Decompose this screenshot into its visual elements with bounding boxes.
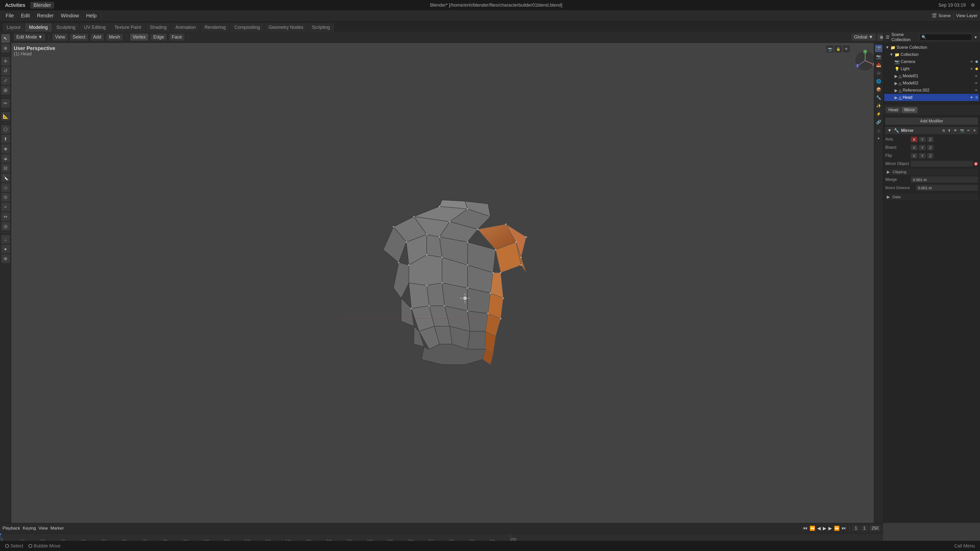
tool-move[interactable]: ✛ [1, 57, 10, 65]
header-select[interactable]: Select [70, 34, 88, 41]
menu-edit[interactable]: Edit [18, 12, 33, 20]
bisect-dist-value[interactable]: 0.001 m [916, 185, 978, 191]
ref-vis-icon[interactable]: 👁 [975, 89, 978, 92]
camera-view-btn[interactable]: 📷 [826, 45, 834, 52]
menu-help[interactable]: Help [83, 12, 100, 20]
next-keyframe-btn[interactable]: ⏩ [834, 526, 840, 531]
props-particles-icon[interactable]: ✨ [875, 102, 882, 109]
tool-knife[interactable]: 🔪 [1, 173, 10, 182]
modifier-edit-icon[interactable]: ✏ [967, 129, 970, 132]
tab-layout[interactable]: Layout [3, 23, 24, 32]
axis-y-btn[interactable]: Y [919, 137, 926, 142]
tool-poly-build[interactable]: ◇ [1, 183, 10, 192]
header-add[interactable]: Add [91, 34, 104, 41]
outliner-item-head[interactable]: ▶ △ Head 👁 [884, 94, 979, 101]
outliner-item-reference[interactable]: ▶ △ Reference.002 👁 [884, 87, 979, 94]
add-modifier-btn[interactable]: Add Modifier [885, 118, 978, 125]
menu-file[interactable]: File [3, 12, 17, 20]
tool-bevel[interactable]: ⬙ [1, 154, 10, 163]
tool-cursor[interactable]: ⊕ [1, 44, 10, 52]
tool-select[interactable]: ↖ [1, 34, 10, 43]
activities-label[interactable]: Activities [5, 2, 25, 8]
camera-vis-icon[interactable]: 👁 [970, 60, 974, 64]
props-physics-icon[interactable]: ⚡ [875, 110, 882, 118]
tab-animation[interactable]: Animation [171, 23, 200, 32]
tab-compositing[interactable]: Compositing [230, 23, 264, 32]
header-view[interactable]: View [52, 34, 68, 41]
tool-annotate[interactable]: ✏ [1, 99, 10, 108]
timeline-view-label[interactable]: View [38, 526, 48, 531]
settings-icon[interactable]: ⚙ [971, 2, 975, 8]
playback-label[interactable]: Playback [3, 526, 20, 531]
flip-z-btn[interactable]: Z [927, 153, 934, 159]
tool-spin[interactable]: ⊙ [1, 193, 10, 202]
head-vis-icon[interactable]: 👁 [970, 96, 974, 100]
keying-label[interactable]: Keying [23, 526, 36, 531]
props-constraints-icon[interactable]: 🔗 [875, 118, 882, 125]
tool-rotate[interactable]: ↺ [1, 67, 10, 75]
tool-add-cube[interactable]: ⬡ [1, 125, 10, 134]
mirror-tab[interactable]: Mirror [902, 107, 918, 113]
bisect-z-btn[interactable]: Z [927, 145, 934, 150]
modifier-copy-icon[interactable]: ⧉ [942, 129, 945, 133]
model01-vis-icon[interactable]: 👁 [975, 74, 978, 78]
tab-sculpting[interactable]: Sculpting [52, 23, 80, 32]
tab-uv-editing[interactable]: UV Editing [80, 23, 110, 32]
data-section-header[interactable]: ▶ Data [885, 194, 978, 200]
props-world-icon[interactable]: 🌐 [875, 78, 882, 85]
tool-shear[interactable]: ⟂ [1, 235, 10, 244]
props-output-icon[interactable]: 📤 [875, 61, 882, 68]
outliner-search-input[interactable] [920, 34, 972, 41]
flip-x-btn[interactable]: X [911, 153, 918, 159]
tool-measure[interactable]: 📐 [1, 112, 10, 121]
flip-y-btn[interactable]: Y [919, 153, 926, 159]
modifier-eye-icon[interactable]: 👁 [954, 129, 957, 132]
prev-frame-btn[interactable]: ◀ [817, 526, 821, 531]
props-object-icon[interactable]: 📦 [875, 86, 882, 93]
outliner-item-camera[interactable]: 📷 Camera 👁 [884, 58, 979, 65]
mode-dropdown-icon[interactable]: ▼ [38, 35, 43, 40]
viewport-3d[interactable]: User Perspective (1) Head [11, 43, 883, 523]
tab-rendering[interactable]: Rendering [200, 23, 230, 32]
header-edge[interactable]: Edge [151, 34, 167, 41]
outliner-item-model01[interactable]: ▶ △ Model01 👁 [884, 73, 979, 79]
props-view-layer-icon[interactable]: 🗂 [875, 69, 882, 76]
end-frame-input[interactable]: 250 [870, 526, 880, 531]
tool-scale[interactable]: ⤢ [1, 76, 10, 85]
tab-shading[interactable]: Shading [146, 23, 171, 32]
mode-selector[interactable]: Edit Mode ▼ [14, 34, 45, 41]
props-modifier-icon[interactable]: 🔧 [875, 94, 882, 101]
axis-z-btn[interactable]: Z [927, 137, 934, 142]
model02-vis-icon[interactable]: 👁 [975, 81, 978, 85]
clipping-header[interactable]: ▶ Clipping [885, 169, 978, 175]
mirror-object-value[interactable] [911, 161, 973, 167]
tool-to-sphere[interactable]: ● [1, 245, 10, 253]
modifier-delete-icon[interactable]: ✕ [973, 129, 976, 132]
menu-render[interactable]: Render [34, 12, 57, 20]
outliner-item-light[interactable]: 💡 Light 👁 [884, 65, 979, 73]
outliner-filter-icon[interactable]: ▼ [974, 35, 977, 39]
props-scene-icon[interactable]: 🎬 [875, 45, 882, 52]
tab-texture-paint[interactable]: Texture Paint [110, 23, 145, 32]
play-btn[interactable]: ▶ [823, 526, 826, 531]
modifier-expand-icon[interactable]: ▼ [887, 128, 892, 133]
outliner-item-collection[interactable]: ▼ 📁 Scene Collection [884, 44, 979, 51]
merge-value[interactable]: 0.001 m [911, 176, 978, 183]
props-render-icon[interactable]: 📷 [875, 53, 882, 60]
global-local-toggle[interactable]: Global ▼ [851, 34, 876, 41]
blender-label[interactable]: Blender [30, 2, 54, 9]
head-tab[interactable]: Head [886, 107, 900, 113]
bisect-x-btn[interactable]: X [911, 145, 918, 150]
mirror-object-picker-icon[interactable]: 🎯 [974, 162, 978, 166]
header-mesh[interactable]: Mesh [107, 34, 123, 41]
bisect-y-btn[interactable]: Y [919, 145, 926, 150]
props-material-icon[interactable]: ● [875, 135, 882, 142]
jump-end-btn[interactable]: ⏭ [842, 526, 846, 531]
outliner-item-model02[interactable]: ▶ △ Model02 👁 [884, 79, 979, 87]
lock-camera-btn[interactable]: 🔒 [835, 45, 842, 52]
tool-shrink[interactable]: ◎ [1, 222, 10, 230]
jump-start-btn[interactable]: ⏮ [803, 526, 808, 531]
prev-keyframe-btn[interactable]: ⏪ [810, 526, 815, 531]
start-frame-input[interactable]: 1 [853, 526, 859, 531]
tool-transform[interactable]: ⊞ [1, 86, 10, 95]
